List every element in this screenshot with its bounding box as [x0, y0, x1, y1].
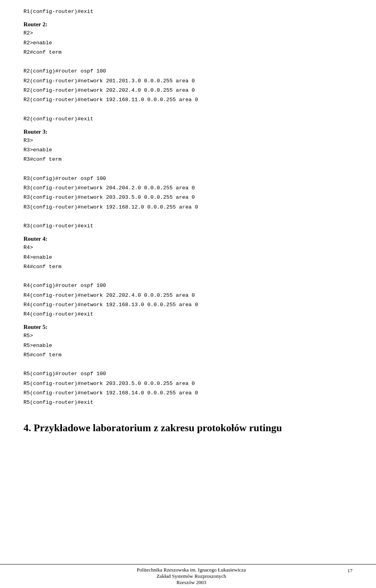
router3-line-1: R3>enable — [24, 146, 352, 154]
router4-line-3 — [24, 272, 352, 280]
router5-line-1: R5>enable — [24, 342, 352, 350]
router4-section: Router 4: R4> R4>enable R4#conf term R4(… — [24, 236, 352, 318]
router3-line-2: R3#conf term — [24, 156, 352, 163]
router4-line-5: R4(config-router)#network 202.202.4.0 0.… — [24, 292, 352, 299]
footer-line3: Rzeszów 2003 — [176, 579, 206, 586]
intro-exit-line: R1(config-router)#exit — [24, 8, 352, 16]
router2-heading: Router 2: — [24, 21, 352, 28]
chapter-title: Przykładowe laboratorium z zakresu proto… — [34, 422, 282, 434]
page-footer: Politechnika Rzeszowska im. Ignacego Łuk… — [0, 564, 376, 588]
router2-line-3 — [24, 58, 352, 66]
router4-line-7: R4(config-router)#exit — [24, 310, 352, 318]
router2-line-6: R2(config-router)#network 202.202.4.0 0.… — [24, 87, 352, 94]
footer-line1: Politechnika Rzeszowska im. Ignacego Łuk… — [137, 567, 246, 573]
router3-line-8 — [24, 213, 352, 221]
router2-section: Router 2: R2> R2>enable R2#conf term R2(… — [24, 21, 352, 123]
router5-line-6: R5(config-router)#network 192.168.14.0 0… — [24, 389, 352, 397]
router4-line-4: R4(config)#router ospf 100 — [24, 282, 352, 290]
router2-line-5: R2(config-router)#network 201.201.3.0 0.… — [24, 77, 352, 85]
router3-line-5: R3(config-router)#network 204.204.2.0 0.… — [24, 184, 352, 192]
router3-line-6: R3(config-router)#network 203.203.5.0 0.… — [24, 194, 352, 201]
router2-line-0: R2> — [24, 29, 352, 37]
chapter-heading: 4. Przykładowe laboratorium z zakresu pr… — [24, 422, 352, 434]
router5-heading: Router 5: — [24, 324, 352, 330]
router5-section: Router 5: R5> R5>enable R5#conf term R5(… — [24, 324, 352, 407]
router3-line-7: R3(config-router)#network 192.168.12.0 0… — [24, 203, 352, 211]
footer-line2: Zakład Systemów Rozproszonych — [157, 573, 226, 579]
router4-line-0: R4> — [24, 244, 352, 252]
router3-line-0: R3> — [24, 137, 352, 145]
router2-line-4: R2(config)#router ospf 100 — [24, 67, 352, 75]
router3-line-3 — [24, 165, 352, 173]
router3-line-4: R3(config)#router ospf 100 — [24, 175, 352, 183]
router2-line-1: R2>enable — [24, 39, 352, 47]
router4-line-2: R4#conf term — [24, 263, 352, 271]
footer-page-number: 17 — [347, 567, 352, 574]
footer-inner: Politechnika Rzeszowska im. Ignacego Łuk… — [24, 567, 352, 586]
router5-line-0: R5> — [24, 332, 352, 340]
footer-center: Politechnika Rzeszowska im. Ignacego Łuk… — [35, 567, 347, 586]
router5-line-7: R5(config-router)#exit — [24, 399, 352, 407]
chapter-number: 4. — [24, 422, 31, 434]
router2-line-8 — [24, 105, 352, 113]
router3-section: Router 3: R3> R3>enable R3#conf term R3(… — [24, 129, 352, 230]
router4-line-6: R4(config-router)#network 192.168.13.0 0… — [24, 301, 352, 309]
router5-line-3 — [24, 361, 352, 368]
router2-line-7: R2(config-router)#network 192.168.11.0 0… — [24, 96, 352, 104]
router5-line-2: R5#conf term — [24, 351, 352, 359]
router5-line-4: R5(config)#router ospf 100 — [24, 370, 352, 378]
router2-line-2: R2#conf term — [24, 49, 352, 56]
router3-line-9: R3(config-router)#exit — [24, 222, 352, 230]
page-content: R1(config-router)#exit Router 2: R2> R2>… — [0, 0, 376, 477]
router5-line-5: R5(config-router)#network 203.203.5.0 0.… — [24, 380, 352, 388]
router2-line-9: R2(config-router)#exit — [24, 115, 352, 123]
router3-heading: Router 3: — [24, 129, 352, 135]
router4-heading: Router 4: — [24, 236, 352, 242]
router4-line-1: R4>enable — [24, 254, 352, 261]
